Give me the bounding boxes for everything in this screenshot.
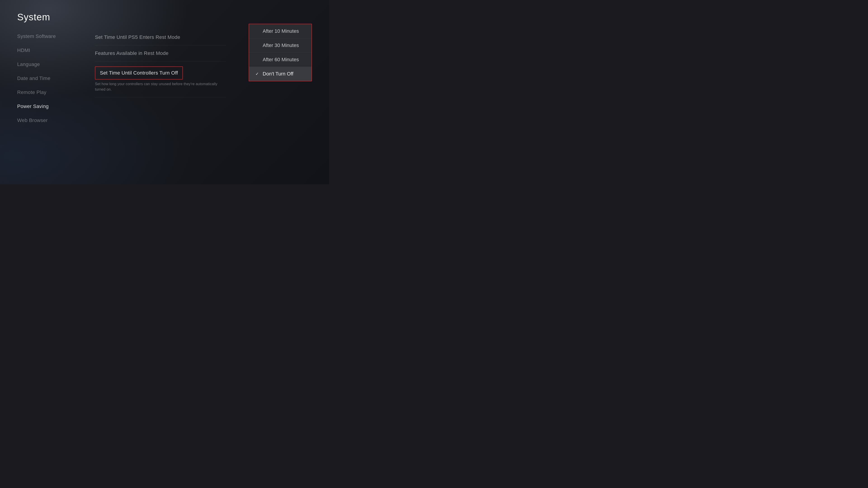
page-title: System [17, 12, 50, 23]
sidebar-item-web-browser[interactable]: Web Browser [17, 113, 74, 127]
dropdown-item-60min[interactable]: ✓ After 60 Minutes [249, 53, 311, 67]
sidebar-item-language[interactable]: Language [17, 57, 74, 71]
sidebar-item-date-and-time[interactable]: Date and Time [17, 71, 74, 86]
sidebar-item-hdmi[interactable]: HDMI [17, 43, 74, 57]
checkmark-dont-turn-off: ✓ [255, 71, 260, 76]
sidebar-item-system-software[interactable]: System Software [17, 29, 74, 43]
main-content: Set Time Until PS5 Enters Rest Mode Feat… [95, 29, 226, 97]
sidebar-item-remote-play[interactable]: Remote Play [17, 86, 74, 99]
highlighted-box: Set Time Until Controllers Turn Off [95, 66, 183, 79]
setting-features-rest[interactable]: Features Available in Rest Mode [95, 45, 226, 61]
dropdown-menu: ✓ After 10 Minutes ✓ After 30 Minutes ✓ … [249, 24, 312, 81]
sidebar-item-power-saving[interactable]: Power Saving [17, 99, 74, 113]
dropdown-item-30min[interactable]: ✓ After 30 Minutes [249, 38, 311, 53]
sidebar: System Software HDMI Language Date and T… [17, 29, 74, 127]
setting-rest-mode[interactable]: Set Time Until PS5 Enters Rest Mode [95, 29, 226, 45]
setting-controllers-off[interactable]: Set Time Until Controllers Turn Off Set … [95, 61, 226, 97]
dropdown-item-10min[interactable]: ✓ After 10 Minutes [249, 24, 311, 38]
dropdown-item-dont-turn-off[interactable]: ✓ Don't Turn Off [249, 67, 311, 81]
